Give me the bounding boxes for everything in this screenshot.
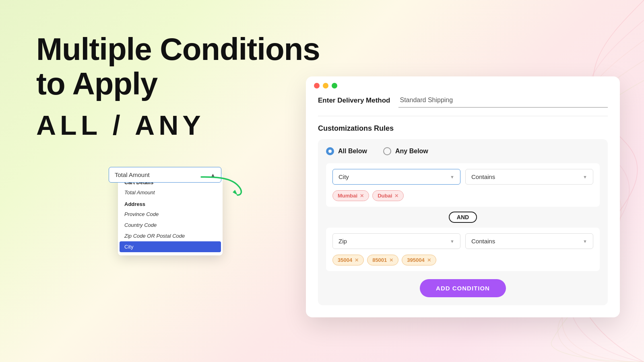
window-maximize-btn[interactable] bbox=[332, 83, 337, 88]
dropdown-trigger-label: Total Amount bbox=[115, 171, 150, 178]
city-operator-select[interactable]: Contains ▼ bbox=[465, 169, 593, 185]
all-below-label: All Below bbox=[338, 148, 367, 155]
heading-line2: to Apply bbox=[36, 67, 320, 101]
dropdown-item-city[interactable]: City bbox=[120, 241, 221, 252]
city-tags-row: Mumbai ✕ Dubai ✕ bbox=[332, 189, 593, 201]
zip-field-label: Zip bbox=[339, 238, 347, 245]
left-content: Multiple Conditions to Apply ALL / ANY bbox=[36, 32, 320, 141]
condition-row-zip: Zip ▼ Contains ▼ 35004 ✕ 85001 ✕ bbox=[326, 228, 600, 271]
ui-card: Enter Delivery Method Customizations Rul… bbox=[306, 76, 620, 317]
tag-mumbai-label: Mumbai bbox=[338, 193, 357, 199]
tag-dubai-label: Dubai bbox=[378, 193, 392, 199]
zip-tags-row: 35004 ✕ 85001 ✕ 395004 ✕ bbox=[332, 253, 593, 265]
window-minimize-btn[interactable] bbox=[323, 83, 328, 88]
tag-85001-remove[interactable]: ✕ bbox=[389, 257, 393, 263]
zip-operator-label: Contains bbox=[471, 238, 495, 245]
rules-box: All Below Any Below City ▼ Contains ▼ bbox=[318, 139, 608, 305]
delivery-label: Enter Delivery Method bbox=[318, 97, 390, 105]
zip-operator-select[interactable]: Contains ▼ bbox=[465, 233, 593, 249]
window-close-btn[interactable] bbox=[314, 83, 320, 88]
add-condition-button[interactable]: ADD CONDITION bbox=[420, 279, 506, 297]
tag-395004-remove[interactable]: ✕ bbox=[427, 257, 431, 263]
rules-title: Customizations Rules bbox=[318, 124, 608, 133]
dropdown-item-country[interactable]: Country Code bbox=[118, 220, 223, 230]
condition-selects-city: City ▼ Contains ▼ bbox=[332, 169, 593, 185]
chevron-down-icon: ▼ bbox=[450, 175, 454, 179]
tag-35004-remove[interactable]: ✕ bbox=[355, 257, 359, 263]
tag-mumbai-remove[interactable]: ✕ bbox=[360, 193, 364, 199]
any-below-label: Any Below bbox=[395, 148, 428, 155]
card-body: Enter Delivery Method Customizations Rul… bbox=[306, 93, 620, 317]
tag-dubai: Dubai ✕ bbox=[372, 190, 404, 201]
tag-395004: 395004 ✕ bbox=[402, 255, 436, 265]
and-separator: AND bbox=[326, 212, 600, 223]
green-arrow-icon bbox=[197, 173, 250, 197]
any-below-option[interactable]: Any Below bbox=[383, 147, 428, 155]
delivery-section: Enter Delivery Method bbox=[318, 93, 608, 116]
tag-dubai-remove[interactable]: ✕ bbox=[394, 193, 398, 199]
tag-mumbai: Mumbai ✕ bbox=[332, 190, 369, 201]
dropdown-item-zip[interactable]: Zip Code OR Postal Code bbox=[118, 230, 223, 241]
any-below-radio[interactable] bbox=[383, 147, 391, 155]
dropdown-item-province[interactable]: Province Code bbox=[118, 209, 223, 220]
city-field-select[interactable]: City ▼ bbox=[332, 169, 460, 185]
condition-row-city: City ▼ Contains ▼ Mumbai ✕ Dubai bbox=[326, 163, 600, 207]
heading-line1: Multiple Conditions bbox=[36, 32, 320, 67]
and-badge: AND bbox=[449, 212, 477, 223]
chevron-down-icon-2: ▼ bbox=[583, 175, 587, 179]
tag-35004-label: 35004 bbox=[338, 257, 352, 263]
all-below-option[interactable]: All Below bbox=[326, 147, 367, 155]
tag-35004: 35004 ✕ bbox=[332, 255, 364, 265]
condition-selects-zip: Zip ▼ Contains ▼ bbox=[332, 233, 593, 249]
chevron-down-icon-3: ▼ bbox=[450, 239, 454, 244]
add-condition-container: ADD CONDITION bbox=[326, 279, 600, 297]
all-below-radio[interactable] bbox=[326, 147, 334, 155]
city-field-label: City bbox=[339, 173, 349, 180]
tag-85001: 85001 ✕ bbox=[367, 255, 398, 265]
window-buttons bbox=[306, 76, 620, 93]
zip-field-select[interactable]: Zip ▼ bbox=[332, 233, 460, 249]
tag-395004-label: 395004 bbox=[407, 257, 424, 263]
heading-line3: ALL / ANY bbox=[36, 109, 320, 141]
chevron-down-icon-4: ▼ bbox=[583, 239, 587, 244]
dropdown-section-address: Address bbox=[118, 198, 223, 209]
city-operator-label: Contains bbox=[471, 173, 495, 180]
condition-toggle: All Below Any Below bbox=[326, 147, 600, 155]
delivery-method-input[interactable] bbox=[398, 93, 608, 108]
tag-85001-label: 85001 bbox=[372, 257, 387, 263]
